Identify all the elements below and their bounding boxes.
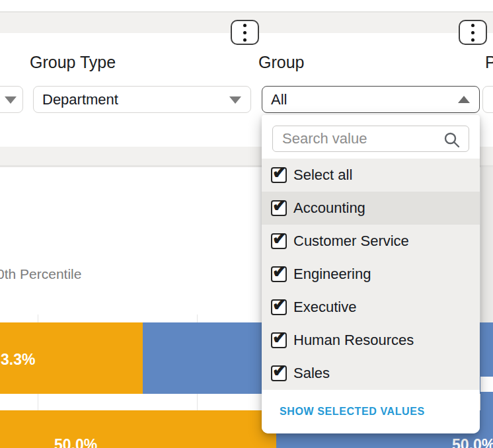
bar-row2-orange-label: 50.0%	[54, 436, 97, 448]
dropdown-option-list: ✔ Select all ✔ Accounting ✔ Customer Ser…	[262, 159, 480, 390]
left-cutoff-dropdown[interactable]	[0, 86, 23, 113]
bar-row1-orange-label: 3.3%	[1, 351, 35, 369]
option-label: Human Resources	[293, 332, 414, 349]
chart-title: 0th Percentile	[0, 266, 81, 282]
right-partial-label: P	[485, 53, 493, 72]
checkmark-icon: ✔	[272, 296, 287, 313]
option-executive[interactable]: ✔ Executive	[262, 291, 480, 324]
kebab-menu-icon	[243, 24, 246, 27]
checkbox-checked-icon[interactable]: ✔	[271, 266, 287, 282]
option-label: Select all	[293, 167, 352, 184]
checkbox-checked-icon[interactable]: ✔	[271, 233, 287, 249]
option-label: Customer Service	[293, 233, 409, 250]
adjacent-visual-background	[480, 167, 493, 322]
checkmark-icon: ✔	[272, 362, 287, 379]
group-dropdown-value: All	[271, 91, 287, 108]
group-dropdown[interactable]: All	[262, 86, 480, 113]
option-select-all[interactable]: ✔ Select all	[262, 159, 480, 192]
chevron-up-icon	[458, 96, 470, 103]
checkbox-checked-icon[interactable]: ✔	[271, 365, 287, 381]
group-label: Group	[258, 53, 304, 72]
checkbox-checked-icon[interactable]: ✔	[271, 299, 287, 315]
option-accounting[interactable]: ✔ Accounting	[262, 192, 480, 225]
checkbox-checked-icon[interactable]: ✔	[271, 200, 287, 216]
right-cutoff-dropdown[interactable]	[482, 86, 493, 113]
option-label: Accounting	[293, 200, 365, 217]
checkmark-icon: ✔	[272, 263, 287, 280]
kebab-menu-icon	[243, 31, 246, 34]
option-label: Executive	[293, 299, 356, 316]
bar-row2-blue-label: 50.0%	[452, 436, 493, 448]
search-input[interactable]	[273, 126, 469, 151]
adjacent-visual-strip	[480, 167, 493, 448]
search-icon	[443, 131, 461, 149]
checkmark-icon: ✔	[272, 164, 287, 181]
chevron-down-icon	[5, 96, 17, 104]
checkmark-icon: ✔	[272, 329, 287, 346]
group-type-menu-button[interactable]	[231, 20, 259, 45]
group-type-dropdown-value: Department	[42, 91, 118, 108]
kebab-menu-icon	[471, 38, 474, 42]
checkbox-checked-icon[interactable]: ✔	[271, 167, 287, 183]
option-sales[interactable]: ✔ Sales	[262, 357, 480, 390]
show-selected-values-link[interactable]: SHOW SELECTED VALUES	[280, 406, 425, 418]
chevron-down-icon	[229, 96, 241, 104]
kebab-menu-icon	[243, 38, 246, 42]
group-type-label: Group Type	[30, 53, 116, 72]
option-engineering[interactable]: ✔ Engineering	[262, 258, 480, 291]
group-dropdown-panel: ✔ Select all ✔ Accounting ✔ Customer Ser…	[262, 115, 480, 433]
adjacent-bar-segment	[480, 322, 493, 377]
bar-row2-orange-segment[interactable]	[0, 410, 276, 448]
dropdown-footer: SHOW SELECTED VALUES	[262, 390, 480, 433]
kebab-menu-icon	[471, 24, 474, 27]
checkbox-checked-icon[interactable]: ✔	[271, 332, 287, 348]
group-type-dropdown[interactable]: Department	[33, 86, 251, 113]
adjacent-bar-gap	[480, 377, 493, 392]
kebab-menu-icon	[471, 31, 474, 34]
option-label: Sales	[293, 365, 330, 382]
option-human-resources[interactable]: ✔ Human Resources	[262, 324, 480, 357]
dropdown-search	[272, 126, 469, 152]
checkmark-icon: ✔	[272, 197, 287, 214]
option-customer-service[interactable]: ✔ Customer Service	[262, 225, 480, 258]
option-label: Engineering	[293, 266, 371, 283]
checkmark-icon: ✔	[272, 230, 287, 247]
group-menu-button[interactable]	[459, 20, 487, 45]
